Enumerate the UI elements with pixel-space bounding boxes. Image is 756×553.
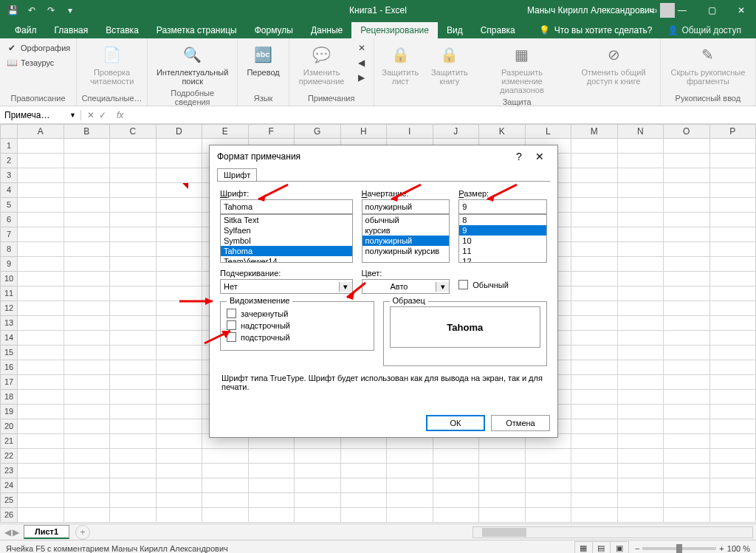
cell[interactable] bbox=[664, 346, 710, 360]
cell[interactable] bbox=[571, 183, 618, 198]
column-header[interactable]: O bbox=[664, 124, 710, 139]
cell[interactable] bbox=[18, 375, 64, 390]
cell[interactable] bbox=[18, 390, 64, 405]
cell[interactable] bbox=[295, 464, 341, 478]
cell[interactable] bbox=[618, 242, 664, 257]
font-input[interactable] bbox=[220, 199, 353, 214]
cell[interactable] bbox=[710, 139, 757, 154]
cell[interactable] bbox=[664, 405, 710, 419]
fx-icon[interactable]: fx bbox=[112, 110, 128, 120]
cell[interactable] bbox=[18, 139, 64, 154]
cell[interactable] bbox=[433, 449, 480, 464]
cell[interactable] bbox=[571, 360, 618, 375]
cell[interactable] bbox=[110, 316, 157, 331]
tab-view[interactable]: Вид bbox=[438, 22, 472, 38]
row-header[interactable]: 20 bbox=[0, 419, 18, 434]
column-header[interactable]: I bbox=[387, 124, 433, 139]
row-header[interactable]: 25 bbox=[0, 493, 18, 508]
cell[interactable] bbox=[664, 213, 710, 227]
cancel-button[interactable]: Отмена bbox=[491, 415, 550, 431]
cell[interactable] bbox=[249, 464, 295, 478]
cell[interactable] bbox=[157, 154, 203, 168]
list-item[interactable]: полужирный курсив bbox=[362, 246, 450, 256]
cell[interactable] bbox=[18, 478, 64, 493]
cell[interactable] bbox=[664, 154, 710, 168]
super-checkbox[interactable] bbox=[227, 320, 236, 330]
cell[interactable] bbox=[433, 493, 480, 508]
cell[interactable] bbox=[571, 405, 618, 419]
protect-sheet-button[interactable]: 🔒Защитить лист bbox=[379, 41, 422, 87]
row-header[interactable]: 21 bbox=[0, 434, 18, 449]
cell[interactable] bbox=[295, 449, 341, 464]
cell[interactable] bbox=[341, 508, 388, 523]
cell[interactable] bbox=[479, 478, 526, 493]
cell[interactable] bbox=[664, 286, 710, 301]
row-header[interactable]: 18 bbox=[0, 390, 18, 405]
cell[interactable] bbox=[571, 168, 618, 183]
cell[interactable] bbox=[157, 316, 203, 331]
cell[interactable] bbox=[110, 390, 157, 405]
cell[interactable] bbox=[526, 493, 572, 508]
cell[interactable] bbox=[341, 464, 388, 478]
cell[interactable] bbox=[479, 508, 526, 523]
cell[interactable] bbox=[64, 360, 111, 375]
cell[interactable] bbox=[18, 419, 64, 434]
list-item[interactable]: Symbol bbox=[221, 236, 352, 246]
size-input[interactable] bbox=[458, 199, 547, 214]
cell[interactable] bbox=[18, 272, 64, 286]
cell[interactable] bbox=[341, 449, 388, 464]
cell[interactable] bbox=[64, 301, 111, 316]
cell[interactable] bbox=[18, 183, 64, 198]
cell[interactable] bbox=[710, 360, 757, 375]
cell[interactable] bbox=[618, 375, 664, 390]
cell[interactable] bbox=[664, 449, 710, 464]
cell[interactable] bbox=[157, 390, 203, 405]
tab-insert[interactable]: Вставка bbox=[97, 22, 148, 38]
cell[interactable] bbox=[618, 198, 664, 213]
share-button[interactable]: 👤 Общий доступ bbox=[662, 22, 747, 38]
next-comment-button[interactable]: ▶ bbox=[354, 71, 369, 84]
cell[interactable] bbox=[571, 213, 618, 227]
zoom-out[interactable]: − bbox=[635, 544, 639, 553]
cell[interactable] bbox=[249, 449, 295, 464]
cell[interactable] bbox=[110, 286, 157, 301]
cell[interactable] bbox=[618, 464, 664, 478]
column-header[interactable]: B bbox=[64, 124, 111, 139]
row-header[interactable]: 19 bbox=[0, 405, 18, 419]
cell[interactable] bbox=[618, 508, 664, 523]
sub-checkbox[interactable] bbox=[227, 332, 236, 342]
cell[interactable] bbox=[64, 405, 111, 419]
cell[interactable] bbox=[664, 434, 710, 449]
smartlookup-button[interactable]: 🔍Интеллектуальный поиск bbox=[152, 41, 233, 87]
cell[interactable] bbox=[618, 227, 664, 242]
minimize-icon[interactable]: — bbox=[667, 0, 697, 21]
cell[interactable] bbox=[618, 390, 664, 405]
cell[interactable] bbox=[202, 464, 249, 478]
protect-book-button[interactable]: 🔒Защитить книгу bbox=[427, 41, 472, 87]
cell[interactable] bbox=[157, 405, 203, 419]
cell[interactable] bbox=[110, 331, 157, 346]
cell[interactable] bbox=[710, 257, 757, 272]
cell[interactable] bbox=[157, 375, 203, 390]
strike-checkbox[interactable] bbox=[227, 309, 236, 318]
cell[interactable] bbox=[710, 464, 757, 478]
row-header[interactable]: 3 bbox=[0, 168, 18, 183]
tab-home[interactable]: Главная bbox=[46, 22, 97, 38]
cell[interactable] bbox=[202, 493, 249, 508]
cell[interactable] bbox=[64, 375, 111, 390]
cell[interactable] bbox=[110, 227, 157, 242]
cell[interactable] bbox=[664, 198, 710, 213]
cell[interactable] bbox=[664, 316, 710, 331]
cell[interactable] bbox=[664, 478, 710, 493]
cell[interactable] bbox=[710, 286, 757, 301]
cell[interactable] bbox=[110, 419, 157, 434]
style-input[interactable] bbox=[362, 199, 450, 214]
row-header[interactable]: 8 bbox=[0, 242, 18, 257]
view-normal-icon[interactable]: ▦ bbox=[575, 542, 593, 554]
cell[interactable] bbox=[18, 257, 64, 272]
cell[interactable] bbox=[387, 464, 433, 478]
cell[interactable] bbox=[110, 183, 157, 198]
cell[interactable] bbox=[387, 508, 433, 523]
cell[interactable] bbox=[618, 257, 664, 272]
cell[interactable] bbox=[526, 464, 572, 478]
